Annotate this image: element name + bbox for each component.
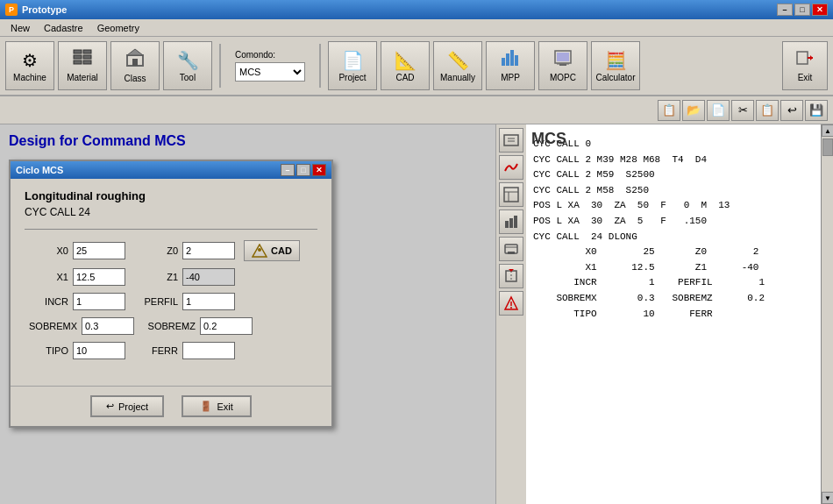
svg-marker-19	[810, 55, 813, 60]
comondo-select[interactable]: MCS	[235, 62, 305, 82]
project-label: Project	[338, 73, 366, 82]
tool-label: Tool	[180, 73, 196, 82]
machine-button[interactable]: ⚙ Machine	[5, 41, 54, 90]
minimize-button[interactable]: –	[777, 4, 793, 16]
scroll-up[interactable]: ▲	[822, 124, 833, 137]
dialog-subtitle: Longitudinal roughing	[25, 189, 317, 202]
field-group-x1: X1	[25, 268, 125, 286]
svg-rect-3	[83, 50, 91, 53]
mopc-label: MOPC	[550, 73, 576, 82]
sobremx-label: SOBREMX	[25, 321, 77, 331]
tb2-cut-button[interactable]: ✂	[731, 100, 754, 121]
svg-rect-10	[506, 53, 509, 66]
app-icon: P	[5, 4, 18, 16]
material-button[interactable]: Material	[58, 41, 107, 90]
x0-input[interactable]	[73, 242, 125, 259]
menu-geometry[interactable]: Geometry	[90, 21, 146, 35]
calculator-button[interactable]: 🧮 Calculator	[591, 41, 640, 90]
menu-new[interactable]: New	[4, 21, 37, 35]
svg-rect-2	[74, 60, 82, 64]
svg-rect-0	[74, 50, 82, 53]
sidebar-icon-4[interactable]	[499, 237, 523, 261]
tb2-undo-button[interactable]: ↩	[780, 100, 803, 121]
cad-icon: 📐	[395, 50, 416, 71]
scroll-down[interactable]: ▼	[822, 492, 833, 504]
x1-label: X1	[25, 272, 68, 282]
z1-label: Z1	[134, 272, 178, 282]
sidebar-icon-5[interactable]	[499, 264, 523, 288]
mcs-code-display: CYC CALL 0 CYC CALL 2 M39 M28 M68 T4 D4 …	[526, 131, 833, 327]
material-label: Material	[67, 73, 98, 82]
field-row-5: TIPO FERR	[25, 342, 317, 359]
project-button[interactable]: 📄 Project	[328, 41, 377, 90]
tb2-save-button[interactable]: 💾	[805, 100, 828, 121]
ferr-input[interactable]	[182, 342, 235, 359]
tipo-input[interactable]	[73, 342, 125, 359]
tb2-copy-button[interactable]: 📋	[756, 100, 779, 121]
svg-rect-28	[505, 221, 509, 228]
cad-dialog-button[interactable]: CAD	[244, 240, 300, 261]
dialog-project-button[interactable]: ↩ Project	[90, 395, 164, 417]
sidebar-icon-3[interactable]	[499, 209, 523, 234]
mpp-label: MPP	[501, 73, 520, 82]
dialog-minimize[interactable]: –	[281, 164, 295, 176]
ciclo-dialog: Ciclo MCS – □ ✕ Longitudinal roughing CY…	[9, 160, 333, 428]
maximize-button[interactable]: □	[794, 4, 810, 16]
class-label: Class	[124, 74, 146, 83]
class-icon	[125, 48, 145, 72]
scroll-thumb[interactable]	[822, 138, 833, 156]
dialog-close[interactable]: ✕	[312, 164, 326, 176]
left-panel: Design for Command MCS Ciclo MCS – □ ✕ L…	[0, 124, 495, 504]
dialog-body: Longitudinal roughing CYC CALL 24 X0 Z0	[11, 179, 331, 377]
mopc-button[interactable]: MOPC	[538, 41, 587, 90]
cad-dialog-icon	[252, 244, 267, 258]
menu-cadastre[interactable]: Cadastre	[37, 21, 90, 35]
sidebar-icon-2[interactable]	[499, 182, 523, 207]
manually-button[interactable]: 📏 Manually	[433, 41, 482, 90]
close-button[interactable]: ✕	[812, 4, 828, 16]
svg-rect-8	[132, 59, 138, 66]
tb2-new-button[interactable]: 📋	[658, 100, 680, 121]
sidebar-icon-0[interactable]	[499, 128, 523, 153]
comondo-section: Comondo: MCS	[228, 50, 312, 82]
x1-input[interactable]	[73, 268, 125, 286]
sobremz-label: SOBREMZ	[143, 321, 196, 331]
svg-rect-30	[514, 216, 517, 228]
mopc-icon	[553, 49, 573, 71]
incr-label: INCR	[25, 296, 68, 307]
sobremx-input[interactable]	[82, 317, 134, 335]
z0-input[interactable]	[182, 242, 235, 259]
tool-button[interactable]: 🔧 Tool	[163, 41, 212, 90]
exit-icon	[795, 49, 815, 71]
x0-label: X0	[25, 245, 68, 256]
cad-button[interactable]: 📐 CAD	[381, 41, 430, 90]
tb2-save2-button[interactable]: 📄	[707, 100, 730, 121]
machine-icon: ⚙	[22, 50, 38, 71]
secondary-toolbar: 📋 📂 📄 ✂ 📋 ↩ 💾	[0, 96, 833, 124]
z1-input	[182, 268, 235, 286]
mpp-button[interactable]: MPP	[486, 41, 535, 90]
mcs-scrollbar[interactable]: ▲ ▼	[821, 124, 833, 504]
field-group-ferr: FERR	[134, 342, 235, 359]
main-toolbar: ⚙ Machine Material Class 🔧 Tool Comondo:…	[0, 37, 833, 96]
sobremz-input[interactable]	[200, 317, 253, 335]
svg-rect-4	[83, 55, 91, 59]
sidebar-icon-6[interactable]	[499, 291, 523, 316]
perfil-input[interactable]	[182, 293, 235, 310]
class-button[interactable]: Class	[110, 41, 160, 90]
project-icon: 📄	[342, 50, 364, 71]
incr-input[interactable]	[73, 293, 125, 310]
tb2-open-button[interactable]: 📂	[682, 100, 705, 121]
exit-label: Exit	[798, 73, 813, 82]
material-icon	[73, 49, 92, 71]
dialog-divider	[25, 229, 317, 230]
dialog-maximize[interactable]: □	[296, 164, 310, 176]
sidebar-icon-1[interactable]	[499, 155, 523, 180]
exit-button[interactable]: Exit	[782, 41, 828, 90]
toolbar-separator-1	[219, 44, 221, 88]
cad-label: CAD	[395, 73, 414, 82]
svg-rect-5	[83, 60, 91, 64]
dialog-title: Ciclo MCS	[16, 165, 63, 175]
dialog-exit-button[interactable]: 🚪 Exit	[182, 395, 252, 417]
field-row-2: X1 Z1	[25, 268, 317, 286]
